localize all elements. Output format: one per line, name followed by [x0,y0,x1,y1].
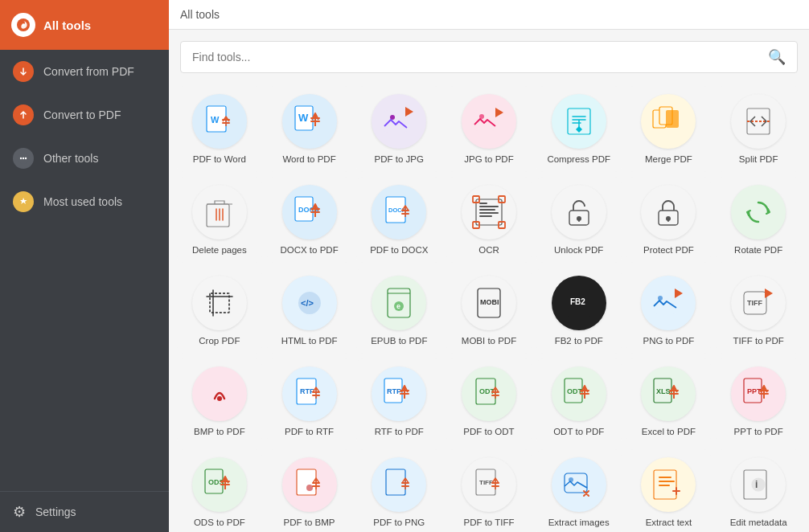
tool-label-mobi-to-pdf: MOBI to PDF [462,335,516,347]
tool-merge-pdf[interactable]: Merge PDF [626,86,712,172]
tool-tiff-to-pdf[interactable]: TIFFTIFF to PDF [716,268,801,354]
tool-icon-pdf-to-bmp [282,457,337,512]
tool-odt-to-pdf[interactable]: ODTODT to PDF [536,358,622,444]
tool-delete-pages[interactable]: Delete pages [177,177,262,263]
svg-point-73 [306,485,313,491]
svg-text:e: e [396,302,400,310]
svg-point-57 [217,396,222,401]
svg-rect-33 [479,215,492,217]
tool-compress-pdf[interactable]: Compress PDF [536,86,622,172]
svg-point-1 [22,23,24,26]
tool-icon-merge-pdf [641,94,696,149]
tool-label-html-to-pdf: HTML to PDF [281,335,338,347]
tool-label-fb2-to-pdf: FB2 to PDF [555,335,603,347]
svg-point-15 [390,115,395,120]
tool-pdf-to-odt[interactable]: ODTPDF to ODT [446,358,532,444]
tool-label-pdf-to-word: PDF to Word [193,153,246,166]
tool-pdf-to-docx[interactable]: DOCXPDF to DOCX [356,177,441,263]
sidebar-settings[interactable]: ⚙ Settings [0,491,169,532]
tool-pdf-to-word[interactable]: WPDF to Word [177,86,262,172]
tool-label-png-to-pdf: PNG to PDF [643,335,694,347]
svg-text:FB2: FB2 [570,297,585,306]
other-tools-icon [13,148,34,169]
sidebar-item-convert-to-label: Convert to PDF [43,108,121,121]
tool-split-pdf[interactable]: Split PDF [716,86,801,172]
tool-extract-text[interactable]: Extract text [626,449,712,532]
tool-label-edit-metadata: Edit metadata [730,517,787,529]
tool-bmp-to-pdf[interactable]: BMP to PDF [177,358,262,444]
tool-excel-to-pdf[interactable]: XLSExcel to PDF [626,358,712,444]
convert-to-icon [13,104,34,125]
tool-label-pdf-to-odt: PDF to ODT [463,426,514,438]
tool-icon-pdf-to-jpg [372,94,426,149]
tool-fb2-to-pdf[interactable]: FB2FB2 to PDF [536,268,622,354]
svg-rect-29 [479,203,487,204]
svg-rect-23 [207,204,229,227]
svg-point-53 [658,296,663,301]
svg-point-17 [479,114,484,119]
sidebar-item-other-tools[interactable]: Other tools [0,137,169,180]
tool-label-pdf-to-bmp: PDF to BMP [284,517,335,529]
tool-png-to-pdf[interactable]: PNG to PDF [626,268,712,354]
tool-label-word-to-pdf: Word to PDF [282,153,335,166]
tool-label-pdf-to-docx: PDF to DOCX [370,244,428,256]
tool-label-compress-pdf: Compress PDF [547,153,610,166]
tool-edit-metadata[interactable]: iEdit metadata [716,449,801,532]
sidebar-item-convert-to[interactable]: Convert to PDF [0,93,169,137]
tool-icon-fb2-to-pdf: FB2 [552,276,606,330]
tool-icon-odt-to-pdf: ODT [552,366,606,421]
tool-icon-compress-pdf [552,94,606,149]
tool-label-rotate-pdf: Rotate PDF [734,244,782,256]
tool-protect-pdf[interactable]: Protect PDF [626,177,712,263]
tool-label-odt-to-pdf: ODT to PDF [553,426,604,438]
tool-ppt-to-pdf[interactable]: PPTPPT to PDF [716,358,801,444]
tool-pdf-to-png[interactable]: PDF to PNG [356,449,441,532]
tool-label-pdf-to-rtf: PDF to RTF [285,426,334,438]
tool-rtf-to-pdf[interactable]: RTFRTF to PDF [356,358,441,444]
tool-crop-pdf[interactable]: Crop PDF [177,268,262,354]
tool-extract-images[interactable]: Extract images [536,449,622,532]
sidebar-logo[interactable]: All tools [0,0,169,50]
svg-rect-80 [659,477,671,478]
svg-rect-81 [659,481,675,482]
tool-icon-extract-images [552,457,606,512]
tool-label-ocr: OCR [478,244,499,256]
tool-icon-ocr [462,185,516,239]
tool-jpg-to-pdf[interactable]: JPG to PDF [446,86,532,172]
tool-icon-word-to-pdf: W [282,94,337,149]
tool-icon-tiff-to-pdf: TIFF [731,276,786,330]
tools-area: WPDF to WordWWord to PDFPDF to JPGJPG to… [169,78,809,532]
sidebar-item-most-used[interactable]: Most used tools [0,180,169,223]
svg-rect-31 [479,209,495,211]
search-input[interactable] [192,51,762,63]
tool-label-merge-pdf: Merge PDF [645,153,692,166]
sidebar-item-convert-from[interactable]: Convert from PDF [0,50,169,93]
tool-label-pdf-to-jpg: PDF to JPG [375,153,424,166]
tool-html-to-pdf[interactable]: </>HTML to PDF [267,268,352,354]
main-content: All tools 🔍 WPDF to WordWWord to PDFPDF … [169,0,809,532]
tool-rotate-pdf[interactable]: Rotate PDF [716,177,801,263]
sidebar-logo-label: All tools [43,18,91,32]
tool-word-to-pdf[interactable]: WWord to PDF [267,86,352,172]
tool-icon-html-to-pdf: </> [282,276,337,330]
tool-icon-pdf-to-word: W [192,94,247,149]
tool-epub-to-pdf[interactable]: eEPUB to PDF [356,268,441,354]
tool-pdf-to-tiff[interactable]: TIFFPDF to TIFF [446,449,532,532]
sidebar-spacer [0,223,169,491]
most-used-icon [13,191,34,212]
tool-label-epub-to-pdf: EPUB to PDF [371,335,427,347]
tool-mobi-to-pdf[interactable]: MOBIMOBI to PDF [446,268,532,354]
tool-pdf-to-jpg[interactable]: PDF to JPG [356,86,441,172]
tool-docx-to-pdf[interactable]: DOCXDOCX to PDF [267,177,352,263]
tool-unlock-pdf[interactable]: Unlock PDF [536,177,622,263]
tool-pdf-to-rtf[interactable]: RTFPDF to RTF [267,358,352,444]
tool-icon-pdf-to-tiff: TIFF [462,457,516,512]
tool-icon-pdf-to-odt: ODT [462,366,516,421]
tool-ods-to-pdf[interactable]: ODSODS to PDF [177,449,262,532]
tool-pdf-to-bmp[interactable]: PDF to BMP [267,449,352,532]
tool-icon-edit-metadata: i [731,457,786,512]
tool-label-docx-to-pdf: DOCX to PDF [280,244,338,256]
tool-icon-unlock-pdf [552,185,606,239]
tool-ocr[interactable]: OCR [446,177,532,263]
convert-from-icon [13,61,34,82]
